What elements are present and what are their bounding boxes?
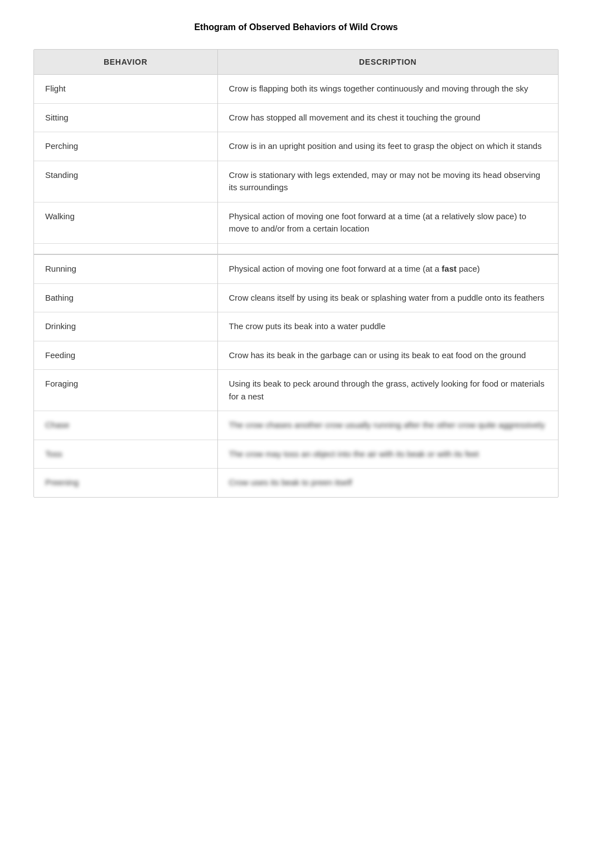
table-row: DrinkingThe crow puts its beak into a wa… — [34, 312, 558, 341]
description-cell: Physical action of moving one foot forwa… — [217, 202, 558, 243]
description-cell: Physical action of moving one foot forwa… — [217, 254, 558, 283]
behavior-column-header: BEHAVIOR — [34, 50, 217, 75]
description-cell: Crow uses its beak to preen itself — [217, 469, 558, 497]
description-cell: Crow is flapping both its wings together… — [217, 75, 558, 104]
behavior-cell: Toss — [34, 440, 217, 469]
page-title: Ethogram of Observed Behaviors of Wild C… — [33, 22, 559, 32]
table-row: TossThe crow may toss an object into the… — [34, 440, 558, 469]
table-row: PreeningCrow uses its beak to preen itse… — [34, 469, 558, 497]
behavior-cell: Bathing — [34, 283, 217, 312]
description-cell: Using its beak to peck around through th… — [217, 370, 558, 411]
table-row: SittingCrow has stopped all movement and… — [34, 103, 558, 132]
table-row: RunningPhysical action of moving one foo… — [34, 254, 558, 283]
description-cell: Crow is stationary with legs extended, m… — [217, 161, 558, 202]
table-row: FlightCrow is flapping both its wings to… — [34, 75, 558, 104]
description-column-header: DESCRIPTION — [217, 50, 558, 75]
behavior-cell: Flight — [34, 75, 217, 104]
table-row: StandingCrow is stationary with legs ext… — [34, 161, 558, 202]
description-cell: Crow has its beak in the garbage can or … — [217, 341, 558, 370]
behavior-cell: Sitting — [34, 103, 217, 132]
description-cell: Crow is in an upright position and using… — [217, 132, 558, 161]
behavior-cell: Drinking — [34, 312, 217, 341]
description-cell: Crow has stopped all movement and its ch… — [217, 103, 558, 132]
table-row: BathingCrow cleans itself by using its b… — [34, 283, 558, 312]
description-cell: The crow puts its beak into a water pudd… — [217, 312, 558, 341]
behavior-cell: Foraging — [34, 370, 217, 411]
table-row: PerchingCrow is in an upright position a… — [34, 132, 558, 161]
behavior-cell — [34, 243, 217, 254]
ethogram-table: BEHAVIOR DESCRIPTION FlightCrow is flapp… — [33, 49, 559, 498]
behavior-cell: Chase — [34, 411, 217, 440]
behavior-cell: Standing — [34, 161, 217, 202]
description-cell: The crow may toss an object into the air… — [217, 440, 558, 469]
behavior-cell: Preening — [34, 469, 217, 497]
table-row: WalkingPhysical action of moving one foo… — [34, 202, 558, 243]
behavior-cell: Running — [34, 254, 217, 283]
description-cell: Crow cleans itself by using its beak or … — [217, 283, 558, 312]
table-row: FeedingCrow has its beak in the garbage … — [34, 341, 558, 370]
table-header-row: BEHAVIOR DESCRIPTION — [34, 50, 558, 75]
table-row: ForagingUsing its beak to peck around th… — [34, 370, 558, 411]
behavior-cell: Perching — [34, 132, 217, 161]
description-cell: The crow chases another crow usually run… — [217, 411, 558, 440]
description-cell — [217, 243, 558, 254]
behavior-cell: Walking — [34, 202, 217, 243]
behavior-cell: Feeding — [34, 341, 217, 370]
table-row — [34, 243, 558, 254]
bold-text: fast — [441, 264, 457, 273]
table-row: ChaseThe crow chases another crow usuall… — [34, 411, 558, 440]
